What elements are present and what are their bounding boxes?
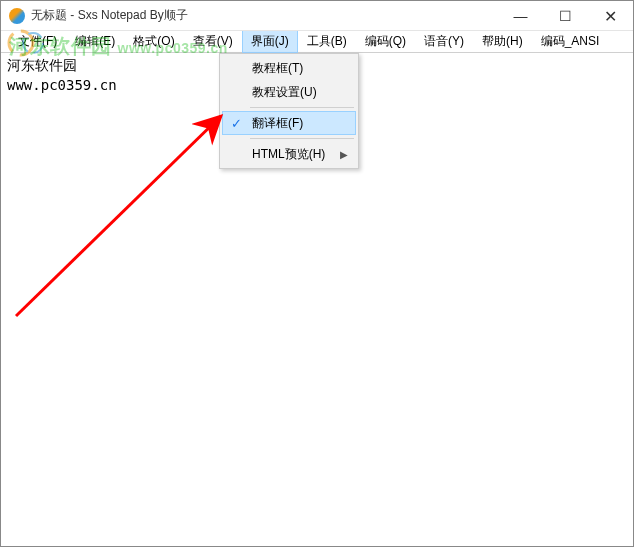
interface-dropdown: 教程框(T) 教程设置(U) ✓ 翻译框(F) HTML预览(H) ▶ [219,53,359,169]
dropdown-separator [250,107,354,108]
menu-edit[interactable]: 编辑(E) [66,30,124,53]
menu-tools[interactable]: 工具(B) [298,30,356,53]
menu-encoding[interactable]: 编码(Q) [356,30,415,53]
menu-interface[interactable]: 界面(J) [242,30,298,53]
dropdown-item-label: 翻译框(F) [252,115,303,132]
minimize-button[interactable]: — [498,1,543,31]
menu-view[interactable]: 查看(V) [184,30,242,53]
dropdown-item-label: HTML预览(H) [252,146,325,163]
dropdown-translate-box[interactable]: ✓ 翻译框(F) [222,111,356,135]
close-button[interactable]: ✕ [588,1,633,31]
menu-help[interactable]: 帮助(H) [473,30,532,53]
menubar: 文件(F) 编辑(E) 格式(O) 查看(V) 界面(J) 工具(B) 编码(Q… [1,31,633,53]
dropdown-html-preview[interactable]: HTML预览(H) ▶ [222,142,356,166]
maximize-button[interactable]: ☐ [543,1,588,31]
dropdown-separator [250,138,354,139]
menu-format[interactable]: 格式(O) [124,30,183,53]
dropdown-item-label: 教程框(T) [252,60,303,77]
check-icon: ✓ [231,116,242,131]
dropdown-tutorial-box[interactable]: 教程框(T) [222,56,356,80]
app-icon [9,8,25,24]
dropdown-tutorial-settings[interactable]: 教程设置(U) [222,80,356,104]
dropdown-item-label: 教程设置(U) [252,84,317,101]
menu-voice[interactable]: 语音(Y) [415,30,473,53]
titlebar: 无标题 - Sxs Notepad By顺子 — ☐ ✕ [1,1,633,31]
menu-file[interactable]: 文件(F) [9,30,66,53]
chevron-right-icon: ▶ [340,149,348,160]
window-title: 无标题 - Sxs Notepad By顺子 [31,7,188,24]
menu-encoding-ansi[interactable]: 编码_ANSI [532,30,609,53]
window-controls: — ☐ ✕ [498,1,633,31]
